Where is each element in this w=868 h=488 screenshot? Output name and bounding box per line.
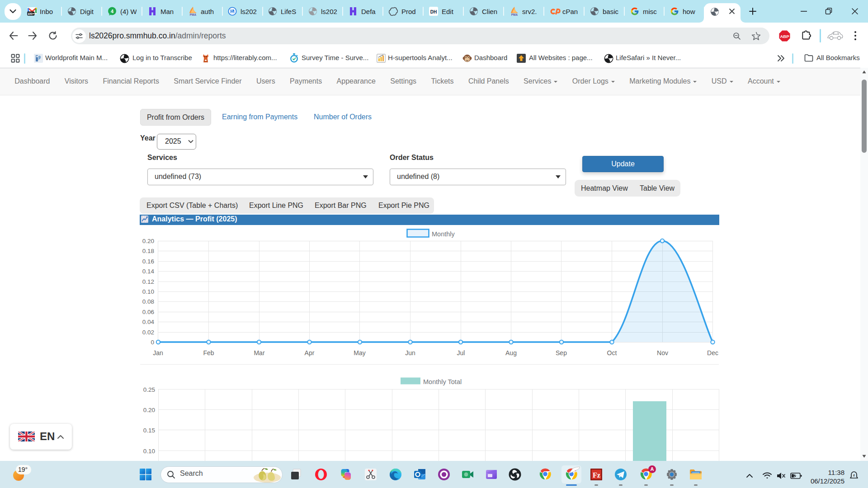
svg-text:100+: 100+ <box>27 12 35 16</box>
svg-text:Sep: Sep <box>556 349 567 357</box>
svg-text:Jul: Jul <box>457 349 465 357</box>
svg-text:0.14: 0.14 <box>142 268 155 275</box>
svg-text:0.18: 0.18 <box>142 248 154 254</box>
svg-text:Oct: Oct <box>607 349 617 357</box>
svg-text:0.06: 0.06 <box>142 309 154 315</box>
svg-text:May: May <box>354 349 365 357</box>
svg-text:4: 4 <box>111 9 114 14</box>
svg-text:Jun: Jun <box>405 349 415 357</box>
svg-text:0.02: 0.02 <box>142 329 154 336</box>
svg-text:Jan: Jan <box>153 349 163 357</box>
svg-text:0.12: 0.12 <box>142 278 154 285</box>
svg-text:Dec: Dec <box>707 349 718 357</box>
svg-text:Aug: Aug <box>505 349 517 357</box>
svg-text:Monthly: Monthly <box>432 230 455 238</box>
svg-text:Apr: Apr <box>305 349 315 357</box>
svg-text:PMA: PMA <box>190 13 197 16</box>
svg-text:Fz: Fz <box>593 471 600 479</box>
svg-text:0.16: 0.16 <box>142 258 154 265</box>
svg-text:0.15: 0.15 <box>143 427 155 434</box>
svg-text:z: z <box>853 473 855 477</box>
svg-text:0.25: 0.25 <box>143 386 155 393</box>
svg-text:DH: DH <box>430 9 437 14</box>
svg-text:Feb: Feb <box>203 349 214 357</box>
svg-text:Nov: Nov <box>657 349 668 357</box>
svg-text:0: 0 <box>151 339 154 346</box>
svg-text:0.20: 0.20 <box>143 407 155 413</box>
svg-text:0.04: 0.04 <box>142 319 155 325</box>
svg-text:0.08: 0.08 <box>142 298 154 305</box>
svg-text:0.10: 0.10 <box>142 288 154 295</box>
svg-text:ABP: ABP <box>780 34 789 39</box>
svg-text:PMA: PMA <box>511 13 518 16</box>
svg-text:0.10: 0.10 <box>143 448 155 455</box>
svg-text:0.20: 0.20 <box>142 238 154 244</box>
svg-text:Monthly Total: Monthly Total <box>423 378 462 385</box>
svg-text:Mar: Mar <box>254 349 264 357</box>
